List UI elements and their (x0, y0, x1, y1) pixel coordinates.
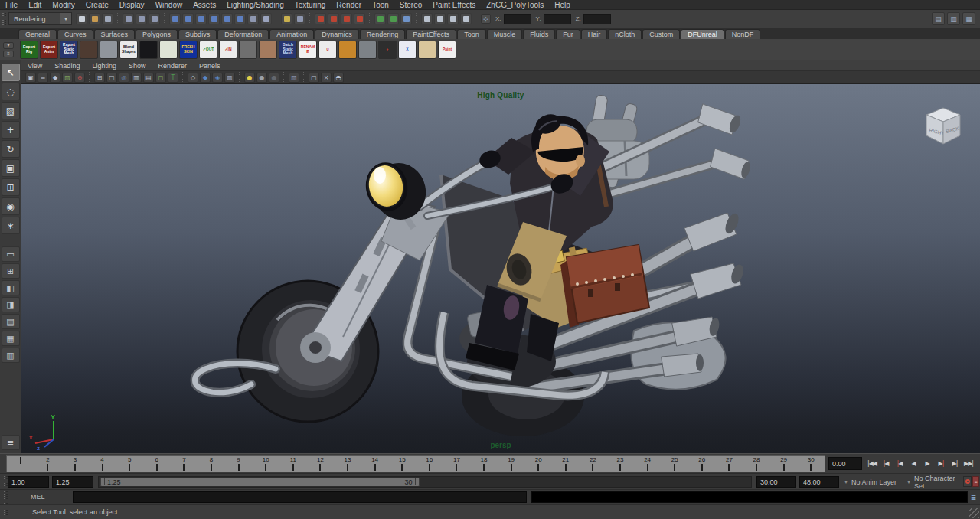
frame-tick-23[interactable]: 23 (609, 456, 632, 471)
frame-tick-17[interactable]: 17 (445, 456, 468, 471)
four-pane-layout-button[interactable]: ⊞ (2, 263, 20, 279)
time-slider-track[interactable]: 2345678910111213141516171819202122232425… (6, 455, 825, 472)
step-back-key-button[interactable]: |◀ (893, 455, 906, 472)
shelf-tab-deformation[interactable]: Deformation (217, 29, 269, 39)
paint-tool-icon[interactable]: Paint (438, 41, 456, 59)
textured-icon[interactable]: ▩ (224, 73, 235, 83)
shelf-tab-subdivs[interactable]: Subdivs (178, 29, 217, 39)
rename-button[interactable]: RENAME (299, 41, 317, 59)
magnet-icon[interactable]: ∪ (318, 41, 337, 59)
shelf-tab-fluids[interactable]: Fluids (523, 29, 555, 39)
xray-icon[interactable]: ▢ (309, 73, 319, 83)
mask-curves-icon[interactable] (182, 13, 194, 24)
menu-file[interactable]: File (0, 0, 23, 10)
frame-tick-28[interactable]: 28 (745, 456, 768, 471)
absolute-relative-toggle-icon[interactable]: ⊹ (481, 14, 491, 24)
frame-tick-2[interactable]: 2 (36, 456, 59, 471)
new-scene-icon[interactable] (76, 13, 87, 24)
status-line-grip[interactable] (2, 13, 7, 25)
shelf-tab-toon[interactable]: Toon (457, 29, 486, 39)
smooth-shade-icon[interactable]: ◆ (200, 73, 211, 83)
use-all-lights-icon[interactable]: ● (244, 73, 255, 83)
shelf-tab-fur[interactable]: Fur (556, 29, 580, 39)
frame-tick-3[interactable]: 3 (64, 456, 87, 471)
panel-menu-show[interactable]: Show (122, 62, 152, 70)
frame-tick-19[interactable]: 19 (500, 456, 523, 471)
lock-selection-icon[interactable] (281, 13, 292, 24)
cactus-icon[interactable] (159, 41, 178, 59)
xray-joints-icon[interactable]: × (321, 73, 332, 83)
menu-window[interactable]: Window (150, 0, 188, 10)
frame-tick-26[interactable]: 26 (691, 456, 714, 471)
frame-tick-18[interactable]: 18 (472, 456, 495, 471)
frame-tick-21[interactable]: 21 (554, 456, 577, 471)
portrait-color-icon[interactable] (259, 41, 277, 59)
persp-outliner-layout-button[interactable]: ◧ (2, 280, 20, 295)
toggle-attribute-editor-icon[interactable]: ▤ (932, 12, 945, 25)
bookmarks-icon[interactable]: ◆ (50, 73, 60, 83)
wireframe-on-shaded-icon[interactable]: ◈ (212, 73, 223, 83)
panel-menu-shading[interactable]: Shading (48, 62, 86, 70)
window-resize-grip[interactable] (969, 508, 979, 518)
safe-title-icon[interactable]: T (168, 73, 178, 83)
playback-start-field[interactable] (52, 476, 93, 488)
wireframe-icon[interactable]: ◇ (188, 73, 198, 83)
clapperboard-icon[interactable] (139, 41, 158, 59)
render-current-frame-icon[interactable] (434, 13, 446, 24)
check-in-button[interactable]: ✓IN (219, 41, 237, 59)
frame-tick-4[interactable]: 4 (91, 456, 114, 471)
isolate-select-icon[interactable]: ▧ (289, 73, 299, 83)
step-forward-key-button[interactable]: ▶| (934, 455, 948, 472)
animation-preferences-button[interactable]: ≡ (972, 476, 979, 487)
shelf-tab-dynamics[interactable]: Dynamics (315, 29, 359, 39)
shelf-tab-rendering[interactable]: Rendering (360, 29, 406, 39)
step-forward-frame-button[interactable]: ▶| (948, 455, 962, 472)
select-component-icon[interactable] (149, 13, 160, 24)
script-editor-icon[interactable]: ≣ (969, 492, 978, 503)
menu-modify[interactable]: Modify (47, 0, 80, 10)
outliner-persp-layout-button[interactable]: ◨ (2, 297, 20, 312)
help-line-grip[interactable] (3, 508, 8, 519)
range-end-handle[interactable] (415, 478, 420, 485)
use-default-lighting-icon[interactable]: ● (256, 73, 267, 83)
share-view-icon[interactable]: ◓ (333, 73, 344, 83)
batch-static-mesh-button[interactable]: Batch Static Mesh (279, 41, 297, 59)
mask-dynamics-icon[interactable] (221, 13, 233, 24)
toggle-tool-settings-icon[interactable]: ▥ (947, 12, 960, 25)
rotate-tool-button[interactable]: ↻ (2, 140, 20, 158)
menu-lighting-shading[interactable]: Lighting/Shading (221, 0, 289, 10)
command-language-toggle[interactable]: MEL (31, 493, 45, 501)
shelf-tab-muscle[interactable]: Muscle (487, 29, 523, 39)
save-scene-icon[interactable] (102, 13, 113, 24)
perspective-viewport[interactable]: High Quality persp RIGHT BACK Y x z (21, 84, 980, 453)
animation-end-field[interactable] (799, 476, 839, 488)
universal-manipulator-button[interactable]: ⊞ (2, 178, 20, 196)
menu-paint-effects[interactable]: Paint Effects (427, 0, 481, 10)
shelf-tab-curves[interactable]: Curves (57, 29, 93, 39)
menu-assets[interactable]: Assets (188, 0, 221, 10)
snap-point-icon[interactable] (341, 13, 352, 24)
menu-render[interactable]: Render (331, 0, 367, 10)
view-cube[interactable]: RIGHT BACK (919, 101, 968, 149)
quick-help-icon[interactable] (260, 13, 272, 24)
play-forwards-button[interactable]: ▶ (920, 455, 934, 472)
menu-zhcg-polytools[interactable]: ZhCG_PolyTools (481, 0, 549, 10)
hat-character-icon[interactable] (418, 41, 436, 59)
frame-tick-25[interactable]: 25 (663, 456, 686, 471)
toggle-channel-box-icon[interactable]: ▦ (962, 12, 975, 25)
shelf-tab-custom[interactable]: Custom (642, 29, 680, 39)
single-pane-layout-button[interactable]: ▭ (2, 246, 20, 262)
frame-tick-12[interactable]: 12 (309, 456, 332, 471)
use-no-lights-icon[interactable]: ● (269, 73, 279, 83)
hypershade-persp-layout-button[interactable]: ▦ (2, 331, 20, 346)
panel-menu-renderer[interactable]: Renderer (152, 62, 193, 70)
frame-tick-11[interactable]: 11 (282, 456, 305, 471)
auto-keyframe-toggle[interactable] (963, 476, 972, 487)
coord-input-z[interactable] (583, 14, 611, 24)
play-backwards-button[interactable]: ◀ (906, 455, 920, 472)
frame-tick-9[interactable]: 9 (227, 456, 250, 471)
panel-layout-menu-icon[interactable]: ≡ (2, 435, 20, 450)
blend-shapes-button[interactable]: Blend Shapes (119, 41, 138, 59)
menu-texturing[interactable]: Texturing (289, 0, 332, 10)
lasso-tool-button[interactable]: ◌ (2, 83, 20, 100)
